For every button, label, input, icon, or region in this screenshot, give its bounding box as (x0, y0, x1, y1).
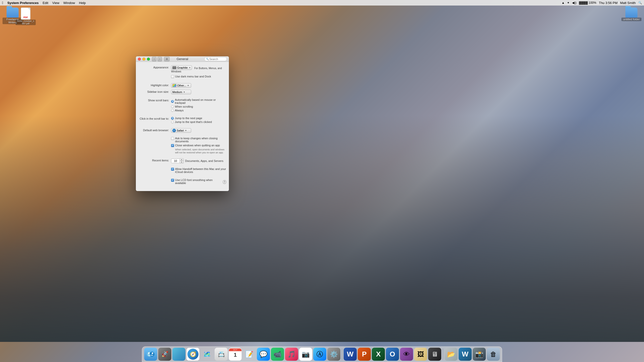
click-spot-label: Jump to the spot that's clicked (175, 120, 212, 123)
scroll-auto-radio-btn[interactable] (171, 100, 174, 103)
itunes-icon: 🎵 (285, 348, 298, 361)
dark-menu-controls: Use dark menu bar and Dock (171, 75, 226, 79)
spotlight-icon[interactable]: 🔍 (638, 1, 642, 5)
appearance-label: Appearance: (138, 65, 171, 69)
window-forward-button[interactable]: › (157, 57, 162, 61)
help-button[interactable]: ? (223, 180, 226, 184)
menubar-edit[interactable]: Edit (43, 1, 48, 5)
window-maximize-button[interactable] (147, 58, 150, 61)
lcd-font-label: Use LCD font smoothing when available (175, 178, 222, 185)
dark-menu-text: Use dark menu bar and Dock (175, 75, 211, 78)
dark-menu-checkbox[interactable] (171, 75, 174, 78)
safari-icon: 🧭 (186, 348, 199, 361)
checkboxes-label-spacer (138, 137, 171, 137)
recent-items-input[interactable] (171, 159, 180, 163)
dock-item-messages[interactable]: 💬 (257, 348, 270, 361)
dock-item-contacts[interactable]: 📇 (215, 348, 228, 361)
scroll-auto-radio[interactable]: Automatically based on mouse or trackpad (171, 98, 226, 104)
click-next-radio[interactable]: Jump to the next page (171, 117, 226, 120)
dock-item-appstore[interactable]: Ⓐ (313, 348, 326, 361)
stepper-up-button[interactable]: ▲ (180, 159, 183, 161)
dock-item-outlook[interactable]: O (386, 348, 399, 361)
window-titlebar: ‹ › ⊞ General 🔍 (136, 56, 229, 62)
graphite-swatch (172, 66, 176, 69)
excel-icon: X (372, 348, 385, 361)
ask-changes-checkbox[interactable] (171, 137, 174, 140)
highlight-color-row: Highlight color: Other... ▼ (138, 83, 226, 88)
apple-menu[interactable]:  (2, 1, 3, 5)
window-search[interactable]: 🔍 (204, 57, 227, 61)
dock-separator (342, 349, 342, 360)
menubar-view[interactable]: View (52, 1, 59, 5)
dock-item-iphoto[interactable]: 🖼 (414, 348, 427, 361)
window-minimize-button[interactable] (142, 58, 145, 61)
contacts-icon: 📇 (215, 348, 228, 361)
dock-item-finder[interactable] (144, 348, 157, 361)
click-next-radio-btn[interactable] (171, 117, 174, 120)
handoff-checkbox[interactable] (171, 168, 174, 171)
volume-icon[interactable]: ◀)) (572, 1, 576, 5)
dock-item-monitor[interactable]: 🖥 (428, 348, 441, 361)
close-windows-checkbox[interactable] (171, 144, 174, 147)
menubar-app-name[interactable]: System Preferences (7, 1, 38, 5)
window-back-button[interactable]: ‹ (152, 57, 156, 61)
scroll-always-radio-btn[interactable] (171, 109, 174, 112)
wifi-icon[interactable]: ▲ (562, 1, 565, 5)
highlight-color-value: Other... (177, 84, 186, 87)
recent-items-stepper[interactable]: ▲ ▼ (171, 158, 184, 163)
outlook-icon: O (386, 348, 399, 361)
dock-item-sysprefs[interactable]: ⚙️ (327, 348, 340, 361)
dock-item-launchpad[interactable]: 🚀 (158, 348, 171, 361)
preview-icon: 👁 (400, 348, 413, 361)
sidebar-size-dropdown[interactable]: Medium ▼ (171, 90, 191, 94)
appstore-icon: Ⓐ (313, 348, 326, 361)
web-browser-dropdown[interactable]: S Safari ▼ (171, 128, 191, 133)
menubar-help[interactable]: Help (79, 1, 86, 5)
dock-item-safari[interactable]: 🧭 (186, 348, 199, 361)
dock-item-notes[interactable]: 📝 (243, 348, 256, 361)
click-spot-radio[interactable]: Jump to the spot that's clicked (171, 120, 226, 123)
dock-item-word[interactable]: W (344, 348, 357, 361)
dock-item-facetime[interactable]: 📹 (271, 348, 284, 361)
svg-point-3 (152, 352, 153, 354)
stepper-buttons: ▲ ▼ (180, 158, 184, 163)
lcd-font-controls: Use LCD font smoothing when available ? (171, 178, 226, 186)
appearance-dropdown-arrow: ▼ (189, 67, 191, 69)
dark-menu-checkbox-row: Use dark menu bar and Dock (171, 75, 226, 78)
bluetooth-icon[interactable]: ✦ (567, 1, 570, 5)
desktop-icon-pdf[interactable]: GDM_October_1 997.pdf (16, 8, 36, 25)
dock-item-mission[interactable] (172, 348, 185, 361)
dock-item-imagecap[interactable]: 📸 (473, 348, 486, 361)
scroll-auto-label: Automatically based on mouse or trackpad (175, 98, 226, 104)
battery-icon[interactable]: ▓▓▓▓ 100% (579, 1, 596, 5)
scroll-always-radio[interactable]: Always (171, 109, 226, 112)
search-input[interactable] (209, 58, 225, 61)
dock-item-trash[interactable]: 🗑 (487, 348, 500, 361)
launchpad-icon: 🚀 (158, 348, 171, 361)
user-name[interactable]: Matt Smith (620, 1, 636, 5)
scroll-always-label: Always (175, 109, 184, 112)
dock-item-powerpoint[interactable]: P (358, 348, 371, 361)
click-spot-radio-btn[interactable] (171, 121, 174, 123)
scroll-scrolling-radio[interactable]: When scrolling (171, 105, 226, 108)
window-grid-button[interactable]: ⊞ (164, 57, 170, 61)
dock-item-preview[interactable]: 👁 (400, 348, 413, 361)
window-close-button[interactable] (138, 58, 141, 61)
menubar-window[interactable]: Window (63, 1, 75, 5)
lcd-font-checkbox[interactable] (171, 179, 174, 182)
desktop-icon-untitled[interactable]: untitled folder (621, 8, 641, 21)
dock-item-excel[interactable]: X (372, 348, 385, 361)
dock-item-word2[interactable]: W (459, 348, 472, 361)
sidebar-size-arrow: ▼ (183, 91, 185, 93)
recent-items-row: Recent items: ▲ ▼ Documents, Apps, and S… (138, 158, 226, 163)
highlight-color-dropdown[interactable]: Other... ▼ (171, 83, 191, 88)
stepper-down-button[interactable]: ▼ (180, 161, 183, 163)
scroll-scrolling-radio-btn[interactable] (171, 105, 174, 108)
dock-item-itunes[interactable]: 🎵 (285, 348, 298, 361)
dock-item-photos[interactable]: 📷 (299, 348, 312, 361)
dock-item-calendar[interactable]: OCT 1 (229, 348, 242, 361)
dock-item-docs[interactable]: 📂 (445, 348, 458, 361)
scroll-bars-label: Show scroll bars: (138, 98, 171, 102)
dock-item-maps[interactable]: 🗺️ (200, 348, 214, 361)
appearance-dropdown[interactable]: Graphite ▼ (171, 65, 192, 70)
